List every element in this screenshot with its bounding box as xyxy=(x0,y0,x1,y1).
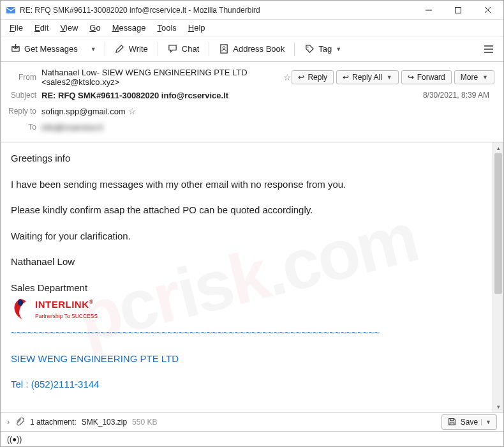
separator xyxy=(158,42,158,56)
svg-point-7 xyxy=(308,47,309,48)
company-logo: INTERLINK® Partnership To SUCCESS xyxy=(11,298,482,321)
separator xyxy=(209,42,209,56)
divider-wave: ~~~~~~~~~~~~~~~~~~~~~~~~~~~~~~~~~~~~~~~~… xyxy=(11,326,482,340)
reply-icon: ↩ xyxy=(298,73,304,82)
menu-view[interactable]: View xyxy=(55,21,83,34)
maximize-button[interactable] xyxy=(443,1,473,20)
get-messages-dropdown[interactable]: ▼ xyxy=(86,42,101,56)
pencil-icon xyxy=(115,44,125,54)
from-label: From xyxy=(1,73,41,82)
scroll-thumb[interactable] xyxy=(494,153,502,294)
chat-button[interactable]: Chat xyxy=(162,40,205,58)
menu-edit[interactable]: Edit xyxy=(29,21,54,34)
star-icon[interactable]: ☆ xyxy=(128,106,137,116)
chevron-down-icon[interactable]: ▼ xyxy=(481,419,491,425)
minimize-button[interactable] xyxy=(414,1,443,20)
scrollbar[interactable]: ▴ ▾ xyxy=(493,142,503,412)
subject-value: RE: RFQ SMK#9611-30082020 info@rcservice… xyxy=(41,91,228,100)
body-greeting: Greetings info xyxy=(11,151,482,166)
expand-icon[interactable]: › xyxy=(7,418,10,427)
write-label: Write xyxy=(129,44,148,54)
chevron-down-icon: ▼ xyxy=(482,74,488,80)
signature-company: SIEW WENG ENGINEERING PTE LTD xyxy=(11,352,482,367)
address-book-label: Address Book xyxy=(233,44,285,54)
from-value[interactable]: Nathanael Low- SIEW WENG ENGINEERING PTE… xyxy=(41,68,281,87)
logo-r: ® xyxy=(89,299,94,305)
separator xyxy=(105,42,105,56)
save-icon xyxy=(447,417,457,427)
tag-label: Tag xyxy=(318,44,332,54)
chevron-down-icon: ▼ xyxy=(387,74,392,80)
get-messages-label: Get Messages xyxy=(24,44,78,54)
menubar: File Edit View Go Message Tools Help xyxy=(1,20,503,36)
save-attachment-button[interactable]: Save ▼ xyxy=(441,414,497,430)
get-messages-button[interactable]: Get Messages xyxy=(4,40,84,58)
tag-icon xyxy=(304,44,315,54)
menu-help[interactable]: Help xyxy=(183,21,211,34)
message-body: pcrisk.com Greetings info I have been se… xyxy=(1,142,493,412)
scroll-down-icon[interactable]: ▾ xyxy=(493,401,503,412)
attachment-size: 550 KB xyxy=(132,418,157,427)
forward-icon: ↪ xyxy=(408,73,414,82)
status-bar: ((●)) xyxy=(1,431,503,446)
more-button[interactable]: More▼ xyxy=(454,70,494,84)
reply-all-icon: ↩ xyxy=(343,73,349,82)
body-p2: Please kindly confirm asap the attached … xyxy=(11,203,482,218)
chat-icon xyxy=(168,44,178,54)
separator xyxy=(294,42,295,56)
svg-point-11 xyxy=(18,299,23,306)
download-icon xyxy=(10,44,20,54)
message-header: From Nathanael Low- SIEW WENG ENGINEERIN… xyxy=(1,62,503,142)
app-menu-button[interactable] xyxy=(478,40,500,58)
chevron-down-icon: ▼ xyxy=(336,46,341,52)
attachment-count: 1 attachment: xyxy=(30,418,77,427)
reply-button[interactable]: ↩Reply xyxy=(292,70,334,84)
subject-label: Subject xyxy=(1,91,41,100)
signature-name: Nathanael Low xyxy=(11,255,482,269)
date-value: 8/30/2021, 8:39 AM xyxy=(423,91,494,100)
to-value[interactable]: info@rcservice.lt xyxy=(41,123,103,132)
svg-point-6 xyxy=(223,47,225,49)
logo-name: INTERLINK xyxy=(35,299,89,310)
chat-label: Chat xyxy=(182,44,199,54)
write-button[interactable]: Write xyxy=(109,40,154,58)
activity-icon: ((●)) xyxy=(7,435,22,444)
to-label: To xyxy=(1,123,41,132)
signature-tel: Tel : (852)2111-3144 xyxy=(11,377,482,392)
titlebar: RE: RFQ SMK#9611-30082020 info@rcservice… xyxy=(1,1,503,20)
logo-tagline: Partnership To SUCCESS xyxy=(35,312,98,321)
forward-button[interactable]: ↪Forward xyxy=(401,70,452,84)
menu-file[interactable]: File xyxy=(4,21,28,34)
menu-go[interactable]: Go xyxy=(84,21,105,34)
signature-dept: Sales Department xyxy=(11,281,482,296)
chevron-down-icon: ▼ xyxy=(91,46,96,52)
menu-icon xyxy=(484,44,494,54)
address-book-icon xyxy=(219,44,229,54)
menu-tools[interactable]: Tools xyxy=(152,21,181,34)
address-book-button[interactable]: Address Book xyxy=(213,40,290,58)
star-icon[interactable]: ☆ xyxy=(283,72,292,82)
scroll-up-icon[interactable]: ▴ xyxy=(493,142,503,153)
attachment-bar: › 1 attachment: SMK_103.zip 550 KB Save … xyxy=(1,412,503,431)
close-button[interactable] xyxy=(473,1,502,20)
replyto-value[interactable]: sofiqn.spp@gmail.com xyxy=(41,107,126,116)
app-icon xyxy=(6,5,16,15)
window-title: RE: RFQ SMK#9611-30082020 info@rcservice… xyxy=(20,6,414,15)
menu-message[interactable]: Message xyxy=(107,21,151,34)
body-p3: Waiting for your clarification. xyxy=(11,229,482,244)
reply-all-button[interactable]: ↩Reply All▼ xyxy=(336,70,399,84)
toolbar: Get Messages ▼ Write Chat Address Book T… xyxy=(1,36,503,62)
svg-rect-0 xyxy=(6,7,15,13)
paperclip-icon xyxy=(15,417,25,427)
attachment-filename[interactable]: SMK_103.zip xyxy=(82,418,127,427)
app-window: RE: RFQ SMK#9611-30082020 info@rcservice… xyxy=(0,0,504,447)
tag-button[interactable]: Tag ▼ xyxy=(299,40,347,58)
logo-mark-icon xyxy=(11,298,31,321)
body-p1: I have been sending messages with my oth… xyxy=(11,178,482,192)
replyto-label: Reply to xyxy=(1,107,41,116)
svg-rect-2 xyxy=(456,7,461,13)
